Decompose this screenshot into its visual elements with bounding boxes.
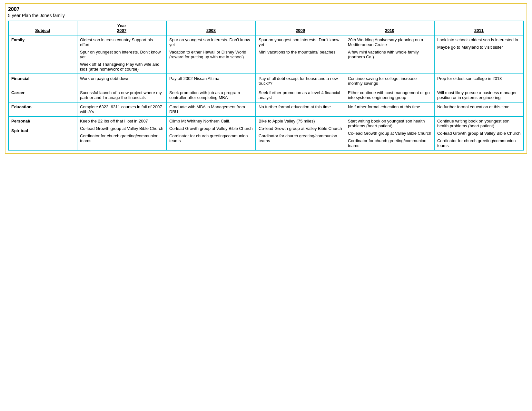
cell-entry: Maybe go to Maryland to visit sister bbox=[437, 45, 521, 50]
cell-entry: Pay of all debt except for house and a n… bbox=[259, 76, 342, 86]
subject-cell-2: Career bbox=[8, 88, 77, 102]
year-header-2009: 2009 bbox=[256, 21, 345, 35]
cell-entry: Spur on youngest son interests. Don't kn… bbox=[80, 50, 163, 59]
cell-entry: Prep for oldest son college in 2013 bbox=[437, 76, 521, 81]
cell-entry: Co-lead Growth group at Valley Bible Chu… bbox=[169, 126, 253, 131]
cell-entry: Start writing book on youngest son healt… bbox=[348, 119, 431, 128]
cell-entry: Graduate with MBA in Management from DBU bbox=[169, 104, 253, 114]
subject-cell-0: Family bbox=[8, 35, 77, 74]
year-2007: 2007 bbox=[80, 28, 163, 33]
data-cell-1-3: Continue saving for college, increase mo… bbox=[345, 74, 434, 88]
data-cell-0-0: Oldest son in cross country Support his … bbox=[77, 35, 166, 74]
data-cell-3-3: No further formal education at this time bbox=[345, 102, 434, 116]
cell-entry: Keep the 22 lbs off that I lost in 2007 bbox=[80, 119, 163, 123]
data-cell-2-2: Seek further promotion as a level 4 fina… bbox=[256, 88, 345, 102]
year-label: Year bbox=[117, 23, 126, 28]
data-cell-3-4: No further formal education at this time bbox=[434, 102, 524, 116]
cell-entry: Look into schools oldest son is interest… bbox=[437, 37, 521, 42]
data-cell-0-4: Look into schools oldest son is interest… bbox=[434, 35, 524, 74]
cell-entry: Climb Mt Whitney Northern Calif. bbox=[169, 119, 253, 123]
year-header-2010: 2010 bbox=[345, 21, 434, 35]
cell-entry: Seek promotion with job as a program con… bbox=[169, 90, 253, 100]
data-cell-2-1: Seek promotion with job as a program con… bbox=[166, 88, 256, 102]
year-2009: 2009 bbox=[259, 28, 342, 33]
data-cell-1-2: Pay of all debt except for house and a n… bbox=[256, 74, 345, 88]
plan-table: Subject Year 2007 2008 2009 2010 2011 bbox=[8, 21, 524, 151]
cell-entry: Co-lead Growth group at Valley Bible Chu… bbox=[259, 126, 342, 131]
cell-entry: Pay off 2002 Nissan Altima bbox=[169, 76, 253, 81]
data-cell-4-0: Keep the 22 lbs off that I lost in 2007C… bbox=[77, 116, 166, 150]
cell-entry: Continue saving for college, increase mo… bbox=[348, 76, 431, 86]
cell-entry: Oldest son in cross country Support his … bbox=[80, 37, 163, 47]
cell-entry: A few mini vacations with whole family (… bbox=[348, 50, 431, 59]
cell-entry: Cordinator for church greeting/communion… bbox=[348, 138, 431, 148]
subject-header: Subject bbox=[8, 21, 77, 35]
data-cell-1-4: Prep for oldest son college in 2013 bbox=[434, 74, 524, 88]
subject-cell-4: Personal/ Spiritual bbox=[8, 116, 77, 150]
cell-entry: 20th Wedding Anniversary planning on a M… bbox=[348, 37, 431, 47]
data-cell-3-1: Graduate with MBA in Management from DBU bbox=[166, 102, 256, 116]
data-cell-0-1: Spur on youngest son interests. Don't kn… bbox=[166, 35, 256, 74]
data-cell-0-3: 20th Wedding Anniversary planning on a M… bbox=[345, 35, 434, 74]
header-row: Subject Year 2007 2008 2009 2010 2011 bbox=[8, 21, 524, 35]
table-row: FinancialWork on paying debt downPay off… bbox=[8, 74, 524, 88]
cell-entry: Co-lead Growth group at Valley Bible Chu… bbox=[80, 126, 163, 131]
cell-entry: Co-lead Growth group at Valley Bible Chu… bbox=[348, 131, 431, 136]
year-2008: 2008 bbox=[169, 28, 253, 33]
year-2010: 2010 bbox=[348, 28, 431, 33]
data-cell-2-3: Either continue with cost management or … bbox=[345, 88, 434, 102]
data-cell-2-4: Will most likey pursue a business manage… bbox=[434, 88, 524, 102]
subject-cell-1: Financial bbox=[8, 74, 77, 88]
year-2011: 2011 bbox=[437, 28, 521, 33]
cell-entry: Will most likey pursue a business manage… bbox=[437, 90, 521, 100]
cell-entry: Cordinator for church greeting/communion… bbox=[169, 133, 253, 143]
data-cell-1-1: Pay off 2002 Nissan Altima bbox=[166, 74, 256, 88]
data-cell-2-0: Sucessful launch of a new project where … bbox=[77, 88, 166, 102]
page-title: 2007 bbox=[8, 6, 524, 12]
table-row: Personal/ SpiritualKeep the 22 lbs off t… bbox=[8, 116, 524, 150]
cell-entry: Cordinator for church greeting/communion… bbox=[437, 138, 521, 148]
cell-entry: Bike to Apple Valley (75 miles) bbox=[259, 119, 342, 123]
data-cell-4-3: Start writing book on youngest son healt… bbox=[345, 116, 434, 150]
table-row: CareerSucessful launch of a new project … bbox=[8, 88, 524, 102]
cell-entry: Cordinator for church greeting/communion… bbox=[259, 133, 342, 143]
cell-entry: Seek further promotion as a level 4 fina… bbox=[259, 90, 342, 100]
table-row: FamilyOldest son in cross country Suppor… bbox=[8, 35, 524, 74]
data-cell-4-2: Bike to Apple Valley (75 miles)Co-lead G… bbox=[256, 116, 345, 150]
year-header-2007: Year 2007 bbox=[77, 21, 166, 35]
data-cell-4-4: Continue writing book on youngest son he… bbox=[434, 116, 524, 150]
page-wrapper: 2007 5 year Plan the Jones family Subjec… bbox=[5, 3, 527, 154]
cell-entry: Spur on youngest son interests. Don't kn… bbox=[169, 37, 253, 47]
data-cell-0-2: Spur on youngest son interests. Don't kn… bbox=[256, 35, 345, 74]
page-subtitle: 5 year Plan the Jones family bbox=[8, 13, 524, 18]
cell-entry: Mini vacations to the mountains/ beaches bbox=[259, 50, 342, 54]
year-header-2008: 2008 bbox=[166, 21, 256, 35]
cell-entry: Co-lead Growth group at Valley Bible Chu… bbox=[437, 131, 521, 136]
subject-cell-3: Education bbox=[8, 102, 77, 116]
cell-entry: Sucessful launch of a new project where … bbox=[80, 90, 163, 100]
cell-entry: No further formal education at this time bbox=[437, 104, 521, 109]
cell-entry: Either continue with cost management or … bbox=[348, 90, 431, 100]
cell-entry: No further formal education at this time bbox=[259, 104, 342, 109]
data-cell-4-1: Climb Mt Whitney Northern Calif.Co-lead … bbox=[166, 116, 256, 150]
cell-entry: Work on paying debt down bbox=[80, 76, 163, 81]
year-header-2011: 2011 bbox=[434, 21, 524, 35]
cell-entry: Complete 6323, 6311 courses in fall of 2… bbox=[80, 104, 163, 114]
data-cell-3-0: Complete 6323, 6311 courses in fall of 2… bbox=[77, 102, 166, 116]
table-row: EducationComplete 6323, 6311 courses in … bbox=[8, 102, 524, 116]
cell-entry: Spur on youngest son interests. Don't kn… bbox=[259, 37, 342, 47]
cell-entry: Vacation to either Hawaii or Disney Worl… bbox=[169, 50, 253, 59]
cell-entry: Week off at Thansgiving Play with wife a… bbox=[80, 62, 163, 72]
data-cell-3-2: No further formal education at this time bbox=[256, 102, 345, 116]
data-cell-1-0: Work on paying debt down bbox=[77, 74, 166, 88]
cell-entry: No further formal education at this time bbox=[348, 104, 431, 109]
cell-entry: Continue writing book on youngest son he… bbox=[437, 119, 521, 128]
subject-label: Subject bbox=[35, 28, 50, 33]
cell-entry: Cordinator for church greeting/communion… bbox=[80, 133, 163, 143]
